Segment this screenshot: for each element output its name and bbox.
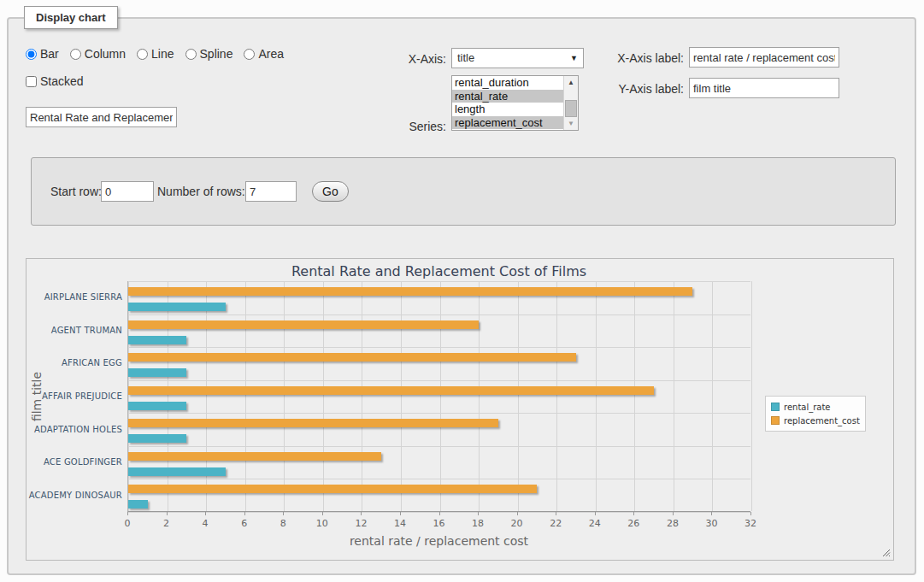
bar-replacement_cost[interactable] xyxy=(128,485,537,493)
bar-replacement_cost[interactable] xyxy=(128,386,654,395)
gridline-vertical xyxy=(751,281,752,511)
axis-tick xyxy=(400,512,401,515)
series-option-replacement_cost[interactable]: replacement_cost xyxy=(452,116,563,130)
x-axis-label-label: X-Axis label: xyxy=(590,51,684,65)
axis-tick xyxy=(556,512,556,515)
chart-type-radio-label: Bar xyxy=(40,47,59,61)
start-row-input[interactable] xyxy=(101,181,154,202)
chart-title: Rental Rate and Replacement Cost of Film… xyxy=(127,263,750,279)
series-option-length[interactable]: length xyxy=(452,103,563,116)
x-axis-select[interactable]: title ▼ xyxy=(451,48,584,68)
chart-type-radio-column[interactable] xyxy=(70,49,81,60)
x-tick-label: 16 xyxy=(425,518,454,529)
x-tick-label: 12 xyxy=(346,518,375,529)
scroll-down-icon[interactable]: ▼ xyxy=(564,117,578,130)
chart-type-area[interactable]: Area xyxy=(244,47,284,61)
category-label: ADAPTATION HOLES xyxy=(26,425,122,434)
x-tick-label: 32 xyxy=(736,518,765,529)
axis-tick xyxy=(595,512,596,515)
chart-type-radio-label: Line xyxy=(151,47,174,61)
chart-type-radio-spline[interactable] xyxy=(185,49,197,60)
gridline-vertical xyxy=(518,281,519,511)
gridline-vertical xyxy=(634,281,635,511)
gridline-vertical xyxy=(206,281,207,511)
chart-type-radio-label: Area xyxy=(258,47,284,61)
legend-item-replacement_cost[interactable]: replacement_cost xyxy=(771,414,860,427)
resize-grip-icon[interactable] xyxy=(882,549,891,557)
gridline-vertical xyxy=(245,281,246,511)
x-tick-label: 10 xyxy=(308,518,337,529)
chart-type-bar[interactable]: Bar xyxy=(26,47,59,61)
gridline-horizontal xyxy=(128,413,750,414)
axis-tick xyxy=(517,512,518,515)
num-rows-input[interactable] xyxy=(245,181,297,202)
bar-replacement_cost[interactable] xyxy=(128,452,381,461)
chart-type-line[interactable]: Line xyxy=(137,47,174,61)
bar-rental_rate[interactable] xyxy=(128,500,148,509)
gridline-vertical xyxy=(284,281,285,511)
series-listbox[interactable]: rental_durationrental_ratelengthreplacem… xyxy=(451,75,579,131)
chart-type-column[interactable]: Column xyxy=(70,47,126,61)
bar-rental_rate[interactable] xyxy=(128,303,226,311)
x-axis-selected-value: title xyxy=(457,51,474,64)
stacked-checkbox[interactable] xyxy=(26,76,37,87)
axis-tick xyxy=(361,512,362,515)
axis-tick xyxy=(439,512,440,515)
stacked-checkbox-item[interactable]: Stacked xyxy=(26,74,84,88)
series-options: rental_durationrental_ratelengthreplacem… xyxy=(452,76,563,130)
series-select-label: Series: xyxy=(368,120,446,133)
bar-replacement_cost[interactable] xyxy=(128,320,479,329)
x-tick-label: 28 xyxy=(658,518,687,529)
x-axis-label-input[interactable] xyxy=(689,47,839,68)
stacked-label: Stacked xyxy=(40,74,84,88)
chart-type-radio-area[interactable] xyxy=(244,49,255,60)
chevron-down-icon: ▼ xyxy=(570,54,578,62)
category-label: ACADEMY DINOSAUR xyxy=(26,491,122,500)
axis-tick xyxy=(750,512,751,515)
series-option-rental_rate[interactable]: rental_rate xyxy=(452,90,563,103)
gridline-horizontal xyxy=(128,380,750,381)
gridline-vertical xyxy=(440,281,441,511)
scrollbar-thumb[interactable] xyxy=(565,100,577,117)
axis-tick xyxy=(244,512,245,515)
bar-rental_rate[interactable] xyxy=(128,467,226,476)
x-tick-label: 8 xyxy=(268,518,297,529)
gridline-vertical xyxy=(596,281,597,511)
chart-type-radiogroup: BarColumnLineSplineArea xyxy=(26,47,284,61)
bar-replacement_cost[interactable] xyxy=(128,287,692,296)
y-axis-label-input[interactable] xyxy=(689,78,839,98)
chart-type-radio-line[interactable] xyxy=(137,49,148,60)
bar-rental_rate[interactable] xyxy=(128,434,186,443)
series-option-rental_duration[interactable]: rental_duration xyxy=(452,76,563,90)
bar-rental_rate[interactable] xyxy=(128,336,186,344)
x-tick-label: 20 xyxy=(503,518,532,529)
go-button[interactable]: Go xyxy=(312,181,349,202)
gridline-vertical xyxy=(362,281,362,511)
category-label: AFFAIR PREJUDICE xyxy=(26,391,122,401)
chart-title-input[interactable] xyxy=(26,107,177,127)
chart-type-spline[interactable]: Spline xyxy=(185,47,233,61)
bar-rental_rate[interactable] xyxy=(128,402,186,410)
legend-label: replacement_cost xyxy=(784,416,860,426)
chart-type-radio-label: Spline xyxy=(200,47,233,61)
x-tick-label: 26 xyxy=(619,518,648,529)
series-scrollbar[interactable]: ▲ ▼ xyxy=(563,76,578,130)
bar-replacement_cost[interactable] xyxy=(128,419,498,427)
axis-tick xyxy=(633,512,634,515)
gridline-horizontal xyxy=(128,315,750,315)
legend-label: rental_rate xyxy=(784,403,831,412)
legend-item-rental_rate[interactable]: rental_rate xyxy=(771,400,860,414)
scroll-up-icon[interactable]: ▲ xyxy=(564,76,578,89)
axis-tick xyxy=(673,512,674,515)
gridline-vertical xyxy=(712,281,713,511)
page: Display chart BarColumnLineSplineArea St… xyxy=(0,0,924,582)
axis-tick xyxy=(127,512,128,515)
bar-replacement_cost[interactable] xyxy=(128,353,576,362)
bar-rental_rate[interactable] xyxy=(128,368,186,377)
x-tick-label: 24 xyxy=(580,518,609,529)
chart-type-radio-bar[interactable] xyxy=(26,49,37,60)
gridline-horizontal xyxy=(128,281,750,282)
gridline-vertical xyxy=(401,281,402,511)
x-tick-label: 6 xyxy=(230,518,259,529)
gridline-vertical xyxy=(128,281,129,511)
